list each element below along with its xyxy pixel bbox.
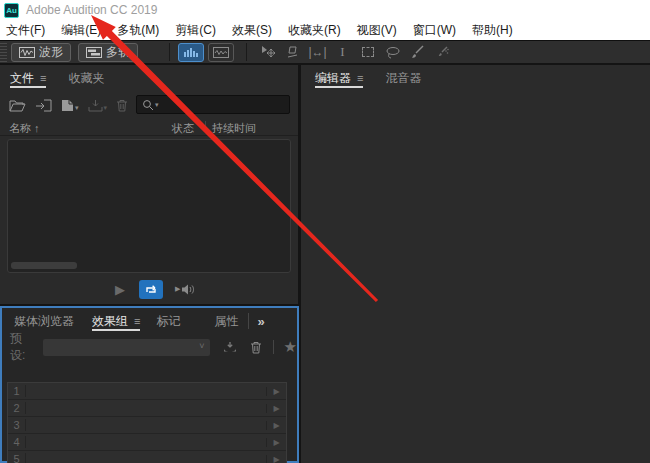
panel-menu-icon[interactable]: ≡ [357,72,363,84]
slot-expand-icon[interactable]: ▶ [266,421,286,430]
panel-menu-icon[interactable]: ≡ [40,72,46,84]
menubar: 文件(F) 编辑(E) 多轨(M) 剪辑(C) 效果(S) 收藏夹(R) 视图(… [0,20,513,40]
favorite-star-button[interactable]: ★ [284,338,297,356]
menu-file[interactable]: 文件(F) [6,22,45,39]
column-name[interactable]: 名称 ↑ [9,121,40,136]
delete-preset-button[interactable] [250,341,262,354]
ibeam-tool[interactable]: I [330,43,355,62]
file-list[interactable] [7,139,291,273]
tab-markers[interactable]: 标记 [152,308,184,334]
main-toolbar: 波形 多轨 |↔| I [0,40,650,63]
tab-favorites-label: 收藏夹 [68,70,104,87]
save-preset-button[interactable] [222,341,238,354]
slot-expand-icon[interactable]: ▶ [266,438,286,447]
menu-favorites[interactable]: 收藏夹(R) [288,22,341,39]
time-selection-tool[interactable]: |↔| [305,43,330,62]
app-logo: Au [4,3,19,18]
preset-row: 预设: ˅ ★ [2,336,297,358]
import-file-icon [35,99,52,112]
toolbar-separator [246,43,247,61]
autoplay-caret-icon: ▶ [175,285,180,293]
tab-mixer-label: 混音器 [385,70,421,87]
slot-empty[interactable] [26,451,266,463]
speaker-icon [181,283,197,296]
trash-icon [116,99,128,112]
show-spectral-toggle[interactable] [208,43,234,62]
effects-rack-panel: 媒体浏览器 效果组 ≡ 标记 属性 » 预设: ˅ [0,306,299,463]
tab-mixer[interactable]: 混音器 [381,65,425,91]
slot-empty[interactable] [26,434,266,450]
slot-number: 2 [8,402,26,414]
dropdown-caret-icon: ▾ [104,104,108,112]
rack-slot-row[interactable]: 4 ▶ [8,434,286,451]
spectral-display-icon [213,47,229,58]
column-divider[interactable] [205,121,206,133]
multitrack-view-button[interactable]: 多轨 [78,43,138,62]
tab-favorites[interactable]: 收藏夹 [64,65,108,91]
export-file-button[interactable]: ▾ [88,99,108,112]
rack-slot-row[interactable]: 5 ▶ [8,451,286,463]
waveform-view-button[interactable]: 波形 [11,43,71,62]
slot-expand-icon[interactable]: ▶ [266,387,286,396]
rack-slot-row[interactable]: 1 ▶ [8,383,286,400]
delete-file-button[interactable] [116,99,128,112]
open-file-button[interactable] [9,99,26,112]
menu-window[interactable]: 窗口(W) [413,22,456,39]
loop-playback-button[interactable] [139,280,163,299]
toolbar-separator [169,43,170,61]
lasso-icon [385,46,401,59]
sort-asc-icon: ↑ [34,122,40,134]
panel-menu-icon[interactable]: ≡ [134,315,140,327]
slot-expand-icon[interactable]: ▶ [266,455,286,463]
preview-play-button[interactable]: ▶ [115,282,125,297]
tab-markers-label: 标记 [156,313,180,330]
slot-empty[interactable] [26,400,266,416]
menu-clip[interactable]: 剪辑(C) [175,22,216,39]
waveform-button-label: 波形 [39,44,63,61]
preset-divider [273,340,274,354]
tab-properties-label: 属性 [214,313,238,330]
tab-effects-rack[interactable]: 效果组 ≡ [88,308,144,334]
import-file-button[interactable] [35,99,52,112]
effects-rack-slots: 1 ▶ 2 ▶ 3 ▶ 4 ▶ 5 ▶ [7,382,287,463]
menu-help[interactable]: 帮助(H) [472,22,513,39]
tab-files[interactable]: 文件 ≡ [6,65,50,91]
tab-properties[interactable]: 属性 [210,308,242,334]
move-tool[interactable] [255,43,280,62]
new-file-button[interactable]: ▾ [61,99,79,112]
toolbar-grip[interactable] [0,41,7,63]
menu-effects[interactable]: 效果(S) [232,22,272,39]
slot-empty[interactable] [26,383,266,399]
files-search-input[interactable]: ▾ [136,95,290,114]
files-panel: 文件 ≡ 收藏夹 ▾ ▾ [0,65,298,304]
spot-healing-brush-tool[interactable] [430,43,455,62]
rack-slot-row[interactable]: 2 ▶ [8,400,286,417]
menu-view[interactable]: 视图(V) [357,22,397,39]
slot-number: 5 [8,453,26,463]
menu-edit[interactable]: 编辑(E) [61,22,101,39]
auto-play-button[interactable]: ▶ [175,283,197,296]
marquee-selection-tool[interactable] [355,43,380,62]
column-status[interactable]: 状态 [172,121,194,136]
rack-slot-row[interactable]: 3 ▶ [8,417,286,434]
multitrack-button-label: 多轨 [106,44,130,61]
show-waveform-toggle[interactable] [178,43,204,62]
export-file-icon [88,99,103,112]
titlebar: Au Adobe Audition CC 2019 文件(F) 编辑(E) 多轨… [0,0,650,40]
column-duration[interactable]: 持续时间 [212,121,256,136]
waveform-button-icon [19,47,35,58]
slip-tool[interactable] [280,43,305,62]
tab-overflow-button[interactable]: » [257,314,264,329]
brush-selection-tool[interactable] [405,43,430,62]
horizontal-scrollbar[interactable] [11,262,77,269]
search-scope-caret-icon[interactable]: ▾ [155,101,159,109]
slot-empty[interactable] [26,417,266,433]
tab-media-browser-label: 媒体浏览器 [14,313,74,330]
menu-multitrack[interactable]: 多轨(M) [117,22,159,39]
healing-brush-icon [435,45,450,59]
lasso-selection-tool[interactable] [380,43,405,62]
slot-expand-icon[interactable]: ▶ [266,404,286,413]
slot-number: 3 [8,419,26,431]
preset-dropdown[interactable]: ˅ [43,339,210,356]
tab-editor[interactable]: 编辑器 ≡ [311,65,367,91]
